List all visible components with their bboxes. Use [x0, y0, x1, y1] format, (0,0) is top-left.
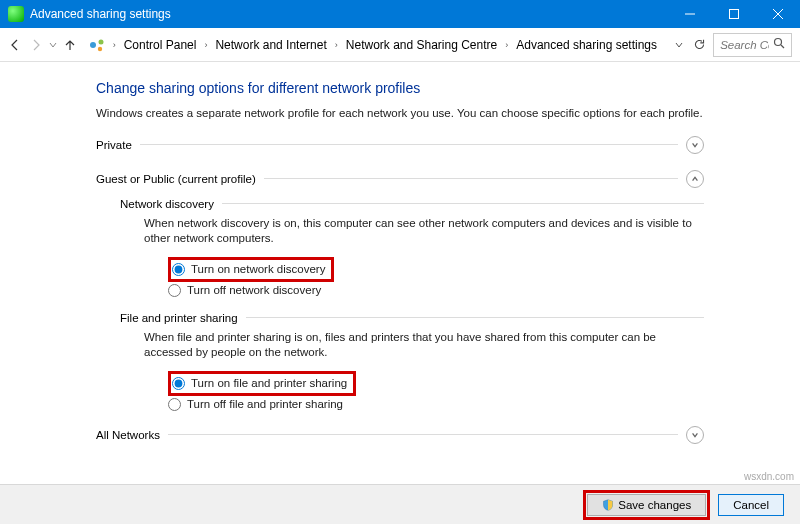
divider: [140, 144, 678, 145]
breadcrumb-item[interactable]: Network and Sharing Centre: [342, 36, 501, 54]
svg-point-3: [97, 46, 101, 50]
shield-icon: [602, 499, 614, 511]
radio-input[interactable]: [172, 263, 185, 276]
radio-input[interactable]: [168, 284, 181, 297]
maximize-button[interactable]: [712, 0, 756, 28]
search-box[interactable]: [713, 33, 792, 57]
section-guest-public[interactable]: Guest or Public (current profile): [96, 170, 704, 188]
chevron-up-icon[interactable]: [686, 170, 704, 188]
recent-dropdown[interactable]: [49, 34, 57, 56]
divider: [264, 178, 678, 179]
section-all-networks[interactable]: All Networks: [96, 426, 704, 444]
close-button[interactable]: [756, 0, 800, 28]
button-label: Cancel: [733, 499, 769, 511]
address-dropdown[interactable]: [672, 34, 687, 56]
search-input[interactable]: [720, 39, 769, 51]
watermark: wsxdn.com: [744, 471, 794, 482]
minimize-button[interactable]: [668, 0, 712, 28]
breadcrumb-item[interactable]: Advanced sharing settings: [512, 36, 661, 54]
radio-network-discovery-off[interactable]: Turn off network discovery: [168, 283, 704, 298]
chevron-right-icon: ›: [202, 40, 209, 50]
app-icon: [8, 6, 24, 22]
radio-label: Turn on network discovery: [191, 263, 325, 275]
page-heading: Change sharing options for different net…: [96, 80, 704, 96]
window-controls: [668, 0, 800, 28]
subsection-explain: When file and printer sharing is on, fil…: [144, 330, 704, 361]
button-label: Save changes: [618, 499, 691, 511]
subsection-label: File and printer sharing: [120, 312, 238, 324]
window-title: Advanced sharing settings: [30, 7, 668, 21]
content-area: Change sharing options for different net…: [0, 62, 800, 484]
forward-button[interactable]: [29, 34, 44, 56]
footer-bar: Save changes Cancel: [0, 484, 800, 524]
radio-label: Turn on file and printer sharing: [191, 377, 347, 389]
chevron-right-icon: ›: [333, 40, 340, 50]
radio-file-printer-off[interactable]: Turn off file and printer sharing: [168, 397, 704, 412]
section-private[interactable]: Private: [96, 136, 704, 154]
subsection-explain: When network discovery is on, this compu…: [144, 216, 704, 247]
up-button[interactable]: [63, 34, 78, 56]
svg-point-2: [98, 39, 103, 44]
back-button[interactable]: [8, 34, 23, 56]
chevron-down-icon[interactable]: [686, 426, 704, 444]
svg-rect-0: [730, 10, 739, 19]
refresh-button[interactable]: [693, 34, 708, 56]
page-description: Windows creates a separate network profi…: [96, 106, 704, 122]
radio-label: Turn off file and printer sharing: [187, 398, 343, 410]
network-icon: [89, 37, 105, 53]
highlight-annotation: Save changes: [583, 490, 710, 520]
radio-file-printer-on[interactable]: Turn on file and printer sharing: [172, 376, 347, 391]
search-icon: [773, 37, 785, 52]
section-label: All Networks: [96, 429, 160, 441]
radio-input[interactable]: [168, 398, 181, 411]
title-bar: Advanced sharing settings: [0, 0, 800, 28]
save-changes-button[interactable]: Save changes: [587, 494, 706, 516]
breadcrumb[interactable]: › Control Panel › Network and Internet ›…: [84, 33, 666, 57]
subsection-network-discovery: Network discovery: [120, 198, 704, 210]
nav-bar: › Control Panel › Network and Internet ›…: [0, 28, 800, 62]
divider: [168, 434, 678, 435]
section-label: Private: [96, 139, 132, 151]
divider: [246, 317, 704, 318]
breadcrumb-item[interactable]: Network and Internet: [211, 36, 330, 54]
svg-point-4: [775, 39, 782, 46]
radio-input[interactable]: [172, 377, 185, 390]
chevron-down-icon[interactable]: [686, 136, 704, 154]
subsection-label: Network discovery: [120, 198, 214, 210]
radio-network-discovery-on[interactable]: Turn on network discovery: [172, 262, 325, 277]
highlight-annotation: Turn on file and printer sharing: [168, 371, 356, 396]
cancel-button[interactable]: Cancel: [718, 494, 784, 516]
breadcrumb-item[interactable]: Control Panel: [120, 36, 201, 54]
radio-label: Turn off network discovery: [187, 284, 321, 296]
highlight-annotation: Turn on network discovery: [168, 257, 334, 282]
section-label: Guest or Public (current profile): [96, 173, 256, 185]
svg-point-1: [90, 42, 96, 48]
divider: [222, 203, 704, 204]
chevron-right-icon: ›: [503, 40, 510, 50]
subsection-file-printer-sharing: File and printer sharing: [120, 312, 704, 324]
chevron-right-icon: ›: [111, 40, 118, 50]
